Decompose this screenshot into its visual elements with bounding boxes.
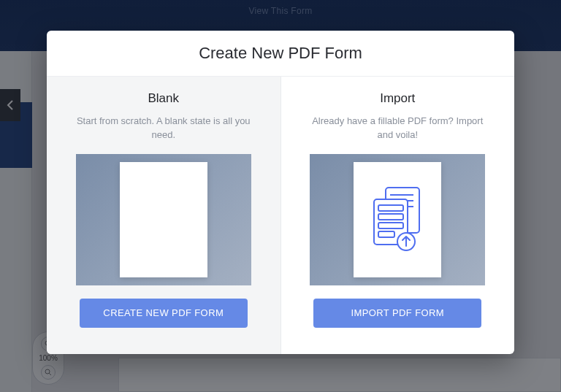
import-option-panel[interactable]: Import Already have a fillable PDF form?…: [281, 77, 515, 354]
import-form-icon: [368, 183, 427, 256]
create-pdf-modal: Create New PDF Form Blank Start from scr…: [47, 31, 514, 354]
modal-body: Blank Start from scratch. A blank state …: [47, 77, 514, 354]
import-option-title: Import: [380, 91, 415, 106]
blank-page-icon: [120, 162, 207, 277]
import-option-description: Already have a fillable PDF form? Import…: [310, 115, 485, 142]
import-page-graphic: [354, 162, 441, 277]
blank-option-title: Blank: [148, 91, 179, 106]
app-background: View This Form 100% Create New PDF Form …: [0, 0, 561, 392]
modal-title: Create New PDF Form: [47, 44, 514, 63]
import-pdf-button[interactable]: IMPORT PDF FORM: [313, 299, 481, 328]
blank-option-description: Start from scratch. A blank state is all…: [76, 115, 251, 142]
blank-option-panel[interactable]: Blank Start from scratch. A blank state …: [47, 77, 281, 354]
blank-preview: [76, 154, 251, 285]
create-new-pdf-button[interactable]: CREATE NEW PDF FORM: [80, 299, 248, 328]
modal-header: Create New PDF Form: [47, 31, 514, 77]
import-preview: [310, 154, 485, 285]
